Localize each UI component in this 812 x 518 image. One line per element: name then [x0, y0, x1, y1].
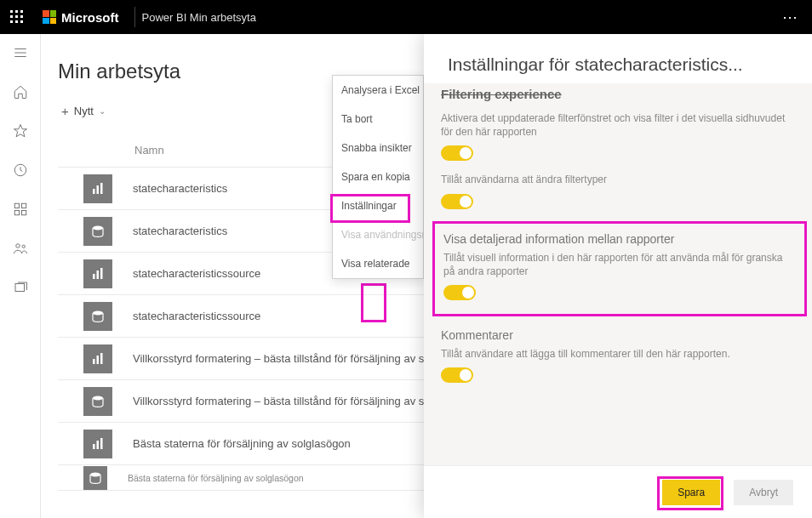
annotation-highlight-section: Visa detaljerad information mellan rappo…: [432, 221, 807, 316]
nav-home[interactable]: [3, 78, 37, 105]
svg-rect-29: [93, 444, 95, 449]
nav-collapse-button[interactable]: [3, 39, 37, 66]
svg-rect-23: [100, 268, 103, 279]
menu-view-related[interactable]: Visa relaterade: [333, 249, 423, 278]
svg-rect-11: [21, 203, 26, 208]
menu-settings[interactable]: Inställningar: [333, 191, 423, 220]
svg-rect-5: [20, 15, 23, 18]
svg-rect-21: [93, 274, 95, 279]
svg-rect-26: [97, 356, 100, 364]
save-button[interactable]: Spara: [662, 480, 720, 505]
app-launcher-button[interactable]: [0, 0, 34, 34]
nav-workspaces[interactable]: [3, 274, 37, 301]
svg-rect-6: [10, 20, 13, 23]
svg-point-32: [90, 472, 100, 476]
svg-rect-2: [20, 10, 23, 13]
svg-rect-1: [15, 10, 18, 13]
clock-icon: [13, 162, 28, 178]
svg-point-28: [93, 396, 103, 400]
report-icon: [83, 259, 112, 288]
section-comments-title: Kommentarer: [441, 328, 795, 342]
panel-title: Inställningar för statecharacteristics..…: [424, 34, 812, 83]
svg-rect-31: [100, 438, 103, 449]
svg-rect-10: [14, 203, 19, 208]
context-menu: Analysera i Excel Ta bort Snabba insikte…: [332, 75, 424, 279]
cancel-button[interactable]: Avbryt: [734, 480, 793, 505]
microsoft-logo: Microsoft: [34, 10, 128, 25]
plus-icon: +: [61, 104, 69, 118]
section-filtering-title: Filtering experience: [441, 83, 795, 106]
svg-rect-16: [15, 284, 25, 292]
dataset-icon: [83, 466, 107, 490]
svg-rect-4: [15, 15, 18, 18]
svg-rect-8: [20, 20, 23, 23]
svg-point-14: [15, 244, 20, 248]
svg-point-20: [93, 225, 103, 230]
col-name-header: Namn: [134, 144, 164, 157]
svg-rect-27: [100, 353, 103, 364]
new-button-label: Nytt: [74, 105, 94, 117]
report-icon: [83, 430, 112, 458]
chevron-down-icon: ⌄: [99, 106, 106, 116]
people-icon: [13, 241, 28, 256]
svg-point-15: [22, 245, 25, 248]
dataset-icon: [83, 302, 112, 331]
report-icon: [83, 174, 112, 203]
svg-rect-18: [97, 185, 100, 194]
svg-rect-30: [97, 441, 100, 449]
menu-usage-metrics[interactable]: Visa användningsmätningar: [333, 220, 423, 249]
nav-rail: [0, 34, 41, 518]
svg-rect-13: [21, 211, 26, 215]
menu-delete[interactable]: Ta bort: [333, 105, 423, 134]
report-icon: [83, 344, 112, 373]
dataset-icon: [83, 387, 112, 416]
nav-recent[interactable]: [3, 157, 37, 184]
svg-rect-19: [100, 183, 103, 194]
toggle-comments[interactable]: [441, 367, 473, 383]
nav-shared[interactable]: [3, 235, 37, 262]
toggle-change-filter-types[interactable]: [441, 194, 473, 209]
app-title: Power BI Min arbetsyta: [142, 11, 256, 24]
svg-rect-7: [15, 20, 18, 23]
svg-rect-25: [93, 359, 95, 364]
toggle-updated-filter[interactable]: [441, 145, 473, 161]
svg-point-24: [93, 310, 103, 315]
nav-favorites[interactable]: [3, 117, 37, 145]
menu-analyze-excel[interactable]: Analysera i Excel: [333, 76, 423, 105]
waffle-icon: [10, 10, 24, 24]
section-filtering-desc: Aktivera det uppdaterade filterfönstret …: [441, 111, 795, 139]
header-more-button[interactable]: ⋯: [769, 8, 812, 26]
dataset-icon: [83, 217, 112, 246]
section-cross-report-title: Visa detaljerad information mellan rappo…: [443, 232, 796, 246]
global-header: Microsoft Power BI Min arbetsyta ⋯: [0, 0, 812, 34]
svg-rect-22: [97, 270, 100, 279]
svg-rect-17: [93, 189, 95, 194]
settings-panel: Inställningar för statecharacteristics..…: [424, 34, 812, 518]
nav-apps[interactable]: [3, 196, 37, 223]
microsoft-logo-text: Microsoft: [61, 10, 119, 25]
new-button[interactable]: + Nytt ⌄: [58, 100, 109, 122]
section-filtering-sub2: Tillåt användarna att ändra filtertyper: [441, 173, 795, 186]
home-icon: [13, 84, 28, 100]
panel-footer: Spara Avbryt: [424, 465, 812, 518]
hamburger-icon: [13, 45, 28, 60]
section-comments-desc: Tillåt användare att lägga till kommenta…: [441, 347, 795, 361]
section-cross-report-desc: Tillåt visuell information i den här rap…: [443, 251, 796, 278]
svg-rect-0: [10, 10, 13, 13]
menu-quick-insights[interactable]: Snabba insikter: [333, 134, 423, 162]
stack-icon: [13, 280, 28, 295]
apps-icon: [13, 202, 28, 217]
microsoft-logo-icon: [43, 10, 56, 24]
svg-rect-12: [14, 211, 19, 215]
menu-save-copy[interactable]: Spara en kopia: [333, 162, 423, 191]
toggle-cross-report-drill[interactable]: [443, 285, 476, 300]
svg-rect-3: [10, 15, 13, 18]
vertical-divider: [134, 7, 135, 27]
star-icon: [13, 123, 28, 139]
panel-body: Filtering experience Aktivera det uppdat…: [424, 83, 812, 465]
